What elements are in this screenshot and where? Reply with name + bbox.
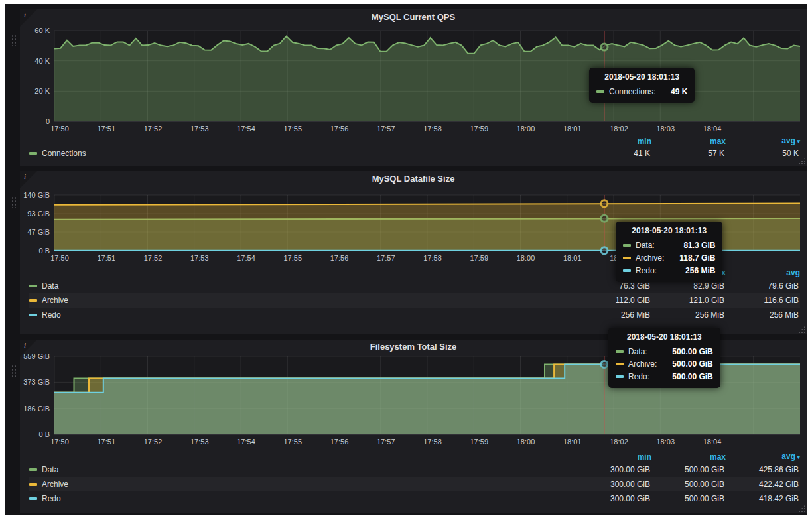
svg-text:17:50: 17:50 <box>50 125 69 133</box>
stat-value-avg: 425.86 GiB <box>726 462 800 477</box>
series-label: Connections <box>42 147 86 160</box>
info-icon[interactable]: i <box>24 172 26 180</box>
stat-value-avg: 256 MiB <box>726 308 800 322</box>
stat-value-min: 41 K <box>577 147 651 160</box>
svg-text:17:50: 17:50 <box>50 254 69 262</box>
tooltip-series-row: Data:81.3 GiB <box>623 239 715 251</box>
stat-value-min: 112.0 GiB <box>577 293 651 308</box>
series-color-dash-icon <box>29 483 37 486</box>
stat-value-avg: 116.6 GiB <box>726 293 800 308</box>
tooltip-timestamp: 2018-05-20 18:01:13 <box>596 72 687 82</box>
svg-text:0: 0 <box>46 117 50 125</box>
tooltip-series-row: Redo:500.00 GiB <box>616 370 713 383</box>
chart-tooltip: 2018-05-20 18:01:13Data:500.00 GiBArchiv… <box>608 328 720 388</box>
legend-series-redo[interactable]: Redo <box>29 308 577 322</box>
svg-text:17:51: 17:51 <box>97 254 115 262</box>
panel-title[interactable]: MySQL Datafile Size <box>20 171 807 187</box>
series-color-dash-icon <box>616 363 624 365</box>
stat-header-max[interactable]: max <box>651 451 726 463</box>
svg-text:17:55: 17:55 <box>283 125 302 133</box>
series-label: Archive <box>42 293 68 308</box>
tooltip-series-label: Redo: <box>636 266 657 275</box>
stat-value-max: 500.00 GiB <box>651 491 726 506</box>
legend-series-archive[interactable]: Archive <box>29 477 577 491</box>
svg-text:17:56: 17:56 <box>330 438 349 446</box>
stat-value-max: 121.0 GiB <box>651 293 726 308</box>
svg-text:17:53: 17:53 <box>190 125 209 133</box>
series-label: Archive <box>42 477 68 491</box>
stat-value-max: 256 MiB <box>651 308 726 322</box>
panel-drag-handle-icon[interactable] <box>11 34 17 46</box>
stat-header-avg[interactable]: avg ▾ <box>726 450 800 463</box>
series-color-dash-icon <box>29 152 37 155</box>
svg-text:18:03: 18:03 <box>656 125 675 133</box>
svg-text:20 K: 20 K <box>34 87 50 95</box>
info-icon[interactable]: i <box>24 11 26 19</box>
grafana-dashboard: i MySQL Current QPS 020 K40 K60 K17:5017… <box>5 4 807 515</box>
legend-series-archive[interactable]: Archive <box>29 293 577 308</box>
tooltip-series-row: Archive:118.7 GiB <box>623 251 715 264</box>
svg-text:18:00: 18:00 <box>517 125 535 133</box>
svg-text:17:55: 17:55 <box>283 254 302 262</box>
stat-header-avg[interactable]: avg ▾ <box>726 135 800 147</box>
svg-text:17:59: 17:59 <box>470 438 488 446</box>
stat-header-max[interactable]: max <box>651 135 726 147</box>
stat-value-min: 300.00 GiB <box>577 491 651 506</box>
legend-series-data[interactable]: Data <box>29 279 577 293</box>
svg-text:18:01: 18:01 <box>563 254 582 262</box>
info-icon[interactable]: i <box>24 341 26 349</box>
svg-text:186 GiB: 186 GiB <box>23 405 50 413</box>
svg-text:17:58: 17:58 <box>423 254 442 262</box>
stat-value-max: 500.00 GiB <box>651 462 726 477</box>
tooltip-series-value: 500.00 GiB <box>661 372 712 381</box>
svg-text:17:53: 17:53 <box>190 254 209 262</box>
tooltip-timestamp: 2018-05-20 18:01:13 <box>623 226 715 235</box>
panel-title[interactable]: MySQL Current QPS <box>20 9 807 25</box>
chart-tooltip: 2018-05-20 18:01:13Connections:49 K <box>589 68 695 103</box>
series-color-dash-icon <box>29 497 37 500</box>
legend-series-redo[interactable]: Redo <box>29 491 577 506</box>
svg-text:18:01: 18:01 <box>563 125 582 133</box>
legend-block: minmaxavg ▾Data300.00 GiB500.00 GiB425.8… <box>20 450 807 506</box>
svg-text:17:58: 17:58 <box>423 125 442 133</box>
svg-text:373 GiB: 373 GiB <box>23 378 50 386</box>
svg-text:18:02: 18:02 <box>610 125 628 133</box>
sort-caret-icon: ▾ <box>795 454 800 460</box>
tooltip-series-label: Connections: <box>609 87 655 96</box>
stat-header-min[interactable]: min <box>577 451 651 463</box>
svg-text:17:54: 17:54 <box>237 254 255 262</box>
legend-series-connections[interactable]: Connections <box>29 147 577 160</box>
stat-header-min[interactable]: min <box>577 135 651 147</box>
series-color-dash-icon <box>29 468 37 471</box>
panel-info-corner[interactable] <box>20 9 37 27</box>
svg-text:93 GiB: 93 GiB <box>27 210 50 218</box>
panel-drag-handle-icon[interactable] <box>11 196 17 208</box>
stat-header-avg[interactable]: avg <box>726 267 800 279</box>
stat-value-min: 256 MiB <box>577 308 651 322</box>
svg-text:40 K: 40 K <box>34 57 50 65</box>
svg-text:17:51: 17:51 <box>97 125 115 133</box>
svg-text:18:00: 18:00 <box>517 438 535 446</box>
series-color-dash-icon <box>623 257 631 259</box>
stat-value-avg: 418.42 GiB <box>726 491 800 506</box>
legend-stats-header: minmaxavg ▾ <box>29 450 800 462</box>
series-color-dash-icon <box>29 285 37 287</box>
svg-text:17:57: 17:57 <box>377 125 395 133</box>
series-color-dash-icon <box>623 269 631 272</box>
svg-text:0 B: 0 B <box>38 247 50 255</box>
panel-info-corner[interactable] <box>20 171 37 188</box>
panel-resize-handle-icon[interactable] <box>798 326 805 333</box>
stat-value-avg: 79.6 GiB <box>726 279 800 293</box>
legend-row: Archive112.0 GiB121.0 GiB116.6 GiB <box>29 293 800 308</box>
legend-series-data[interactable]: Data <box>29 462 577 477</box>
svg-text:17:57: 17:57 <box>377 254 395 262</box>
stat-value-avg: 50 K <box>726 147 800 160</box>
svg-text:18:02: 18:02 <box>610 438 628 446</box>
series-label: Data <box>42 462 58 477</box>
tooltip-series-row: Archive:500.00 GiB <box>616 358 713 370</box>
svg-text:18:01: 18:01 <box>563 438 582 446</box>
svg-text:17:57: 17:57 <box>377 438 395 446</box>
svg-text:18:04: 18:04 <box>703 125 722 133</box>
panel-drag-handle-icon[interactable] <box>11 365 17 377</box>
panel-mysql-datafile-size: i MySQL Datafile Size 0 B47 GiB93 GiB140… <box>20 171 807 334</box>
